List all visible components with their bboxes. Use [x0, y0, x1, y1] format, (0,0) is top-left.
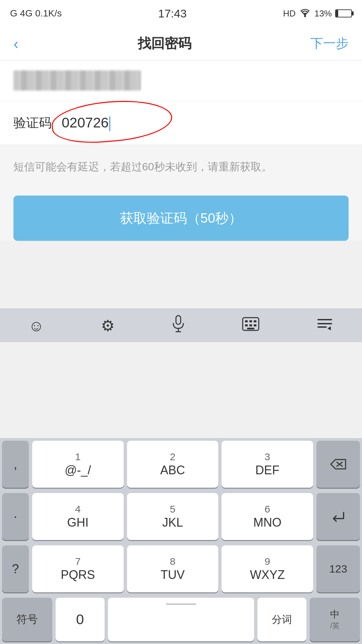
key-8-letters: TUV — [161, 568, 185, 582]
key-2-num: 2 — [170, 451, 176, 463]
svg-rect-5 — [245, 320, 248, 322]
key-backspace[interactable] — [316, 441, 360, 488]
carrier-text: G 4G — [10, 8, 33, 19]
dot-label: · — [14, 509, 17, 524]
key-7[interactable]: 7 PQRS — [32, 545, 124, 592]
key-4[interactable]: 4 GHI — [32, 493, 124, 540]
page-title: 找回密码 — [138, 34, 191, 53]
get-code-button[interactable]: 获取验证码（50秒） — [13, 196, 349, 241]
key-question[interactable]: ? — [2, 545, 29, 592]
key-lang-switch[interactable]: 中 /英 — [310, 598, 360, 641]
verification-label: 验证码 — [13, 114, 52, 131]
svg-rect-1 — [176, 316, 181, 324]
battery-icon — [335, 9, 352, 17]
verification-input-wrapper: 020726 — [62, 111, 349, 135]
key-enter[interactable] — [316, 493, 360, 540]
hide-keyboard-button[interactable] — [316, 317, 334, 335]
text-cursor — [109, 116, 110, 131]
key-space[interactable]: ——— — [108, 598, 254, 641]
emoji-button[interactable]: ☺ — [28, 317, 44, 335]
status-right: HD 13% — [283, 8, 352, 19]
key-7-letters: PQRS — [61, 568, 95, 582]
wifi-icon — [299, 8, 311, 19]
key-9[interactable]: 9 WXYZ — [222, 545, 313, 592]
symbols-label: 符号 — [16, 612, 38, 627]
hd-label: HD — [283, 8, 296, 19]
key-7-num: 7 — [75, 556, 81, 567]
info-text: 短信可能会有延迟，若超过60秒未收到，请重新获取。 — [0, 145, 362, 189]
verification-value: 020726 — [62, 115, 109, 130]
key-symbols[interactable]: 符号 — [2, 598, 52, 641]
key-4-letters: GHI — [67, 516, 88, 530]
keyboard: , 1 @-_/ 2 ABC 3 DEF · 4 GHI — [0, 438, 362, 644]
key-3-letters: DEF — [255, 463, 280, 477]
svg-rect-10 — [254, 324, 256, 326]
comma-label: , — [14, 457, 17, 472]
key-123-label: 123 — [329, 563, 347, 575]
key-123[interactable]: 123 — [316, 545, 360, 592]
key-6[interactable]: 6 MNO — [222, 493, 313, 540]
svg-rect-9 — [249, 324, 252, 326]
status-time: 17:43 — [158, 7, 187, 20]
key-9-letters: WXYZ — [250, 568, 285, 582]
keyboard-row-3: ? 7 PQRS 8 TUV 9 WXYZ 123 — [0, 543, 362, 595]
keyboard-row-4: 符号 0 ——— 分词 中 /英 — [0, 595, 362, 644]
get-code-label: 获取验证码（50秒） — [120, 211, 242, 225]
lang-top: 中 — [330, 608, 340, 621]
main-content: 验证码 020726 短信可能会有延迟，若超过60秒未收到，请重新获取。 获取验… — [0, 60, 362, 241]
verification-row: 验证码 020726 — [0, 101, 362, 145]
key-dot[interactable]: · — [2, 493, 29, 540]
battery-percent: 13% — [314, 8, 332, 19]
key-9-num: 9 — [264, 556, 270, 567]
svg-marker-15 — [331, 460, 346, 469]
key-fenci[interactable]: 分词 — [257, 598, 306, 641]
mic-button[interactable] — [172, 315, 185, 336]
next-button[interactable]: 下一步 — [310, 35, 349, 52]
verification-input[interactable]: 020726 — [62, 111, 349, 135]
svg-point-0 — [304, 15, 306, 17]
svg-rect-8 — [245, 324, 248, 326]
keyboard-row-1: , 1 @-_/ 2 ABC 3 DEF — [0, 438, 362, 490]
settings-button[interactable]: ⚙ — [101, 317, 115, 335]
key-8-num: 8 — [170, 556, 176, 567]
key-5[interactable]: 5 JKL — [127, 493, 219, 540]
blurred-phone — [13, 70, 141, 91]
key-8[interactable]: 8 TUV — [127, 545, 219, 592]
key-6-num: 6 — [264, 503, 270, 515]
status-left: G 4G 0.1K/s — [10, 8, 62, 19]
signal-text: 0.1K/s — [35, 8, 62, 19]
space-label: ——— — [166, 598, 196, 641]
key-4-num: 4 — [75, 503, 81, 515]
key-2-letters: ABC — [160, 463, 185, 477]
keyboard-switch-button[interactable] — [242, 317, 259, 335]
svg-rect-6 — [249, 320, 252, 322]
key-1[interactable]: 1 @-_/ — [32, 441, 124, 488]
key-1-num: 1 — [75, 451, 81, 463]
status-bar: G 4G 0.1K/s 17:43 HD 13% — [0, 0, 362, 27]
key-5-letters: JKL — [162, 516, 183, 530]
phone-row — [0, 60, 362, 101]
fenci-label: 分词 — [272, 613, 292, 627]
key-3-num: 3 — [264, 451, 270, 463]
key-0-label: 0 — [76, 611, 84, 628]
key-3[interactable]: 3 DEF — [222, 441, 313, 488]
question-label: ? — [12, 562, 19, 576]
key-2[interactable]: 2 ABC — [127, 441, 219, 488]
nav-bar: ‹ 找回密码 下一步 — [0, 27, 362, 60]
lang-bottom: /英 — [330, 621, 340, 631]
keyboard-toolbar: ☺ ⚙ — [0, 309, 362, 342]
svg-rect-7 — [254, 320, 256, 322]
keyboard-row-2: · 4 GHI 5 JKL 6 MNO — [0, 490, 362, 543]
key-0[interactable]: 0 — [56, 598, 105, 641]
back-button[interactable]: ‹ — [13, 35, 18, 53]
key-5-num: 5 — [170, 503, 176, 515]
svg-rect-11 — [247, 328, 254, 329]
key-6-letters: MNO — [253, 516, 282, 530]
key-comma[interactable]: , — [2, 441, 29, 488]
key-1-letters: @-_/ — [65, 463, 91, 477]
